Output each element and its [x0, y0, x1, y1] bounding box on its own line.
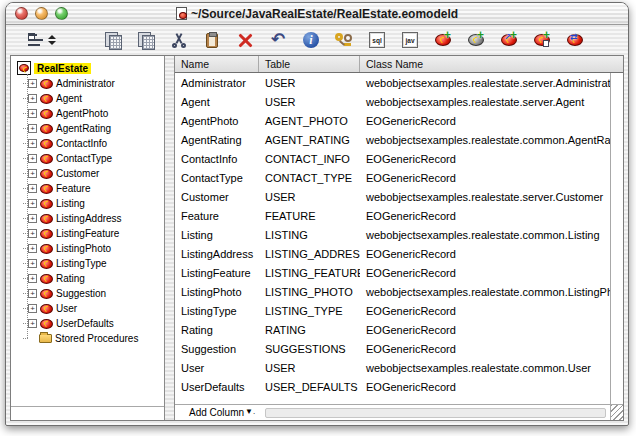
sidebar-item-user[interactable]: + User	[22, 301, 164, 316]
cell-table: USER	[259, 191, 360, 203]
add-column-button[interactable]: Add Column▼.	[175, 407, 255, 418]
entity-icon	[40, 229, 53, 239]
pane-splitter[interactable]	[165, 56, 175, 420]
sidebar-item-listing[interactable]: + Listing	[22, 196, 164, 211]
add-entity-icon[interactable]: +	[430, 28, 456, 52]
resize-grip[interactable]	[610, 404, 623, 420]
cut-icon[interactable]	[166, 28, 192, 52]
sidebar-item-listingphoto[interactable]: + ListingPhoto	[22, 241, 164, 256]
tree-item-label: Agent	[56, 93, 82, 104]
cell-table: LISTING_PHOTO	[259, 286, 360, 298]
sidebar-item-realestate-root[interactable]: RealEstate	[17, 60, 164, 76]
tree-expander-icon[interactable]: +	[28, 319, 37, 328]
sidebar-item-listingfeature[interactable]: + ListingFeature	[22, 226, 164, 241]
tree-expander-icon[interactable]: +	[28, 259, 37, 268]
table-row[interactable]: Agent USER webobjectsexamples.realestate…	[175, 92, 610, 111]
table-row[interactable]: ListingAddress LISTING_ADDRESS EOGeneric…	[175, 244, 610, 263]
tree-expander-icon[interactable]: +	[28, 274, 37, 283]
table-horizontal-scrollbar[interactable]	[265, 408, 606, 418]
tree-expander-icon[interactable]: +	[28, 214, 37, 223]
tree-expander-icon[interactable]: +	[28, 139, 37, 148]
table-row[interactable]: User USER webobjectsexamples.realestate.…	[175, 358, 610, 377]
sidebar-horizontal-scrollbar[interactable]	[11, 406, 164, 420]
table-row[interactable]: ContactInfo CONTACT_INFO EOGenericRecord	[175, 149, 610, 168]
toolbar: ↶ i sql jav + + ↗+ + ⇄	[6, 25, 628, 55]
tree-expander-icon[interactable]: +	[28, 184, 37, 193]
sidebar-item-customer[interactable]: + Customer	[22, 166, 164, 181]
add-relationship-icon[interactable]: ↗+	[496, 28, 522, 52]
sidebar-item-contactinfo[interactable]: + ContactInfo	[22, 136, 164, 151]
table-row[interactable]: AgentPhoto AGENT_PHOTO EOGenericRecord	[175, 111, 610, 130]
table-row[interactable]: ContactType CONTACT_TYPE EOGenericRecord	[175, 168, 610, 187]
sidebar-item-contacttype[interactable]: + ContactType	[22, 151, 164, 166]
table-vertical-scrollbar[interactable]	[610, 73, 623, 404]
sidebar-item-administrator[interactable]: + Administrator	[22, 76, 164, 91]
inspector-info-icon[interactable]: i	[298, 28, 324, 52]
cell-class: webobjectsexamples.realestate.common.Use…	[360, 362, 610, 374]
outline-view-selector-icon[interactable]	[24, 28, 60, 52]
table-row[interactable]: Customer USER webobjectsexamples.realest…	[175, 187, 610, 206]
sidebar-item-listingtype[interactable]: + ListingType	[22, 256, 164, 271]
table-row[interactable]: Administrator USER webobjectsexamples.re…	[175, 73, 610, 92]
add-fetch-spec-icon[interactable]: +	[529, 28, 555, 52]
title-bar[interactable]: ~/Source/JavaRealEstate/RealEstate.eomod…	[6, 3, 628, 25]
sidebar-item-rating[interactable]: + Rating	[22, 271, 164, 286]
sidebar-item-listingaddress[interactable]: + ListingAddress	[22, 211, 164, 226]
cell-class: EOGenericRecord	[360, 248, 610, 260]
column-header-name[interactable]: Name	[175, 56, 259, 72]
tree-expander-icon[interactable]: +	[28, 109, 37, 118]
zoom-button[interactable]	[55, 7, 68, 20]
cell-table: RATING	[259, 324, 360, 336]
cell-table: SUGGESTIONS	[259, 343, 360, 355]
tree-expander-icon[interactable]: +	[28, 169, 37, 178]
window-title: ~/Source/JavaRealEstate/RealEstate.eomod…	[191, 7, 458, 21]
table-row[interactable]: ListingPhoto LISTING_PHOTO webobjectsexa…	[175, 282, 610, 301]
sidebar-item-userdefaults[interactable]: + UserDefaults	[22, 316, 164, 331]
tree-item-label: ListingFeature	[56, 228, 119, 239]
close-button[interactable]	[15, 7, 28, 20]
table-row[interactable]: ListingType LISTING_TYPE EOGenericRecord	[175, 301, 610, 320]
table-row[interactable]: Feature FEATURE EOGenericRecord	[175, 206, 610, 225]
table-row[interactable]: Rating RATING EOGenericRecord	[175, 320, 610, 339]
copy-icon[interactable]	[100, 28, 126, 52]
duplicate-icon[interactable]	[133, 28, 159, 52]
entity-icon	[40, 259, 53, 269]
tree-expander-icon[interactable]: +	[28, 154, 37, 163]
tree-expander-icon[interactable]: +	[28, 124, 37, 133]
table-row[interactable]: Suggestion SUGGESTIONS EOGenericRecord	[175, 339, 610, 358]
cell-name: ListingAddress	[175, 248, 259, 260]
add-attribute-icon[interactable]: +	[463, 28, 489, 52]
sidebar-item-feature[interactable]: + Feature	[22, 181, 164, 196]
tree-expander-icon[interactable]: +	[28, 304, 37, 313]
tree-expander-icon[interactable]: +	[28, 94, 37, 103]
tree-expander-icon[interactable]: +	[28, 289, 37, 298]
table-row[interactable]: AgentRating AGENT_RATING webobjectsexamp…	[175, 130, 610, 149]
undo-icon[interactable]: ↶	[265, 28, 291, 52]
sidebar-item-agent[interactable]: + Agent	[22, 91, 164, 106]
delete-icon[interactable]	[232, 28, 258, 52]
table-row[interactable]: ListingFeature LISTING_FEATURE EOGeneric…	[175, 263, 610, 282]
add-flattened-relationship-icon[interactable]: ⇄	[562, 28, 588, 52]
paste-icon[interactable]	[199, 28, 225, 52]
tree-expander-icon[interactable]: +	[28, 244, 37, 253]
tree-expander-icon[interactable]: +	[28, 229, 37, 238]
minimize-button[interactable]	[35, 7, 48, 20]
sidebar-item-agentrating[interactable]: + AgentRating	[22, 121, 164, 136]
tree-expander-icon[interactable]: +	[28, 199, 37, 208]
column-header-class-name[interactable]: Class Name	[360, 56, 623, 72]
generate-sql-icon[interactable]: sql	[364, 28, 390, 52]
tree-item-label: Stored Procedures	[55, 333, 138, 344]
tree-expander-icon[interactable]: +	[28, 79, 37, 88]
sidebar-item-stored-procedures[interactable]: Stored Procedures	[22, 331, 164, 346]
model-tree: RealEstate + Administrator + Agent + Age…	[11, 56, 164, 346]
entity-icon	[40, 94, 53, 104]
browse-key-icon[interactable]	[331, 28, 357, 52]
folder-icon	[39, 334, 52, 343]
cell-table: USER_DEFAULTS	[259, 381, 360, 393]
column-header-table[interactable]: Table	[259, 56, 360, 72]
table-row[interactable]: UserDefaults USER_DEFAULTS EOGenericReco…	[175, 377, 610, 396]
table-row[interactable]: Listing LISTING webobjectsexamples.reale…	[175, 225, 610, 244]
java-browser-icon[interactable]: jav	[397, 28, 423, 52]
sidebar-item-suggestion[interactable]: + Suggestion	[22, 286, 164, 301]
sidebar-item-agentphoto[interactable]: + AgentPhoto	[22, 106, 164, 121]
